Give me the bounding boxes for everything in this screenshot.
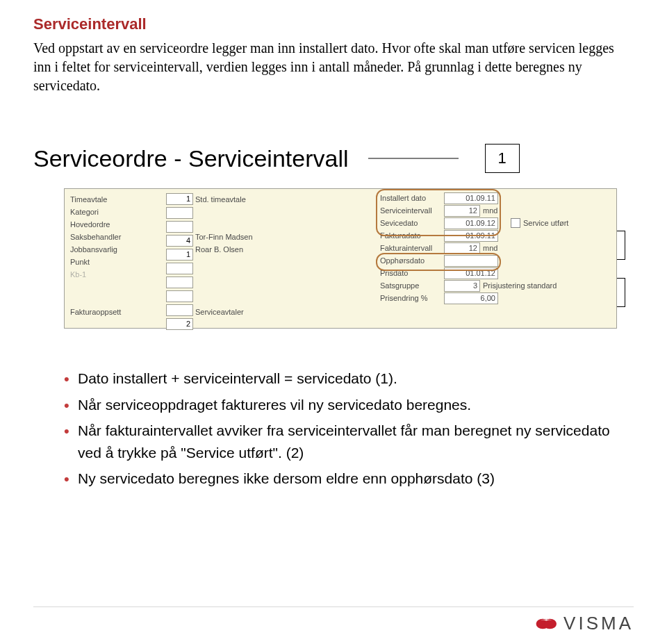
form-value-text: Tor-Finn Madsen (195, 231, 286, 243)
form-value-text (195, 293, 286, 306)
form-label: Kategori (70, 206, 163, 218)
app-form-screenshot: TimeavtaleKategoriHovedordreSaksbehandle… (64, 188, 617, 329)
form-value-text (195, 206, 286, 218)
visma-logo: VISMA (536, 613, 634, 634)
visma-logo-icon (536, 616, 559, 632)
checkbox-label: Service utført (523, 219, 568, 227)
form-num-input[interactable] (166, 207, 193, 219)
field-label: Fakturaintervall (380, 244, 444, 252)
field-label: Satsgruppe (380, 281, 444, 290)
checkbox-icon[interactable] (511, 218, 520, 228)
form-label (70, 293, 163, 306)
form-value-text (195, 268, 286, 281)
form-field-row: Prisendring %6,00 (380, 292, 637, 304)
form-num-input[interactable] (166, 221, 193, 233)
form-label: Kb-1 (70, 268, 163, 281)
form-label: Punkt (70, 256, 163, 268)
bullet-4: Ny servicedato beregnes ikke dersom eldr… (64, 468, 634, 490)
highlight-interval-block (376, 189, 501, 236)
field-label: Prisendring % (380, 294, 444, 302)
slide-title: Serviceordre - Serviceintervall (33, 145, 349, 172)
visma-logo-text: VISMA (563, 613, 634, 634)
form-value-text (195, 218, 286, 231)
field-input[interactable]: 6,00 (444, 292, 498, 304)
form-num-input[interactable] (166, 290, 193, 302)
bullet-3: Når fakturaintervallet avviker fra servi… (64, 420, 634, 463)
bullet-1: Dato installert + serviceintervall = ser… (64, 368, 634, 390)
form-num-input[interactable] (166, 304, 193, 316)
intro-paragraph: Ved oppstart av en serviceordre legger m… (33, 39, 631, 95)
form-label: Timeavtale (70, 193, 163, 206)
field-input[interactable]: 3 (444, 280, 480, 292)
form-value-text: Roar B. Olsen (195, 243, 286, 256)
field-suffix: mnd (483, 244, 497, 252)
form-label (70, 281, 163, 293)
form-field-row: Satsgruppe3Prisjustering standard (380, 279, 637, 292)
field-suffix: Prisjustering standard (483, 281, 557, 290)
form-value-text: Serviceavtaler (195, 306, 286, 318)
highlight-opphorsdato (376, 253, 501, 271)
form-value-text: Std. timeavtale (195, 193, 286, 206)
bullet-2: Når serviceoppdraget faktureres vil ny s… (64, 394, 634, 416)
form-num-input[interactable]: 4 (166, 235, 193, 247)
form-label: Saksbehandler (70, 231, 163, 243)
form-num-input[interactable]: 2 (166, 318, 193, 330)
form-label: Fakturaoppsett (70, 306, 163, 318)
form-label: Jobbansvarlig (70, 243, 163, 256)
callout-1: 1 (485, 144, 520, 173)
form-num-input[interactable] (166, 276, 193, 288)
form-num-input[interactable]: 1 (166, 249, 193, 261)
page-footer: VISMA (33, 606, 634, 634)
page-title: Serviceintervall (33, 15, 634, 33)
field-input[interactable]: 12 (444, 242, 480, 254)
form-num-input[interactable]: 1 (166, 193, 193, 205)
form-value-text (195, 281, 286, 293)
form-label: Hovedordre (70, 218, 163, 231)
form-value-text (195, 256, 286, 268)
svg-point-8 (545, 620, 556, 627)
form-num-input[interactable] (166, 263, 193, 274)
